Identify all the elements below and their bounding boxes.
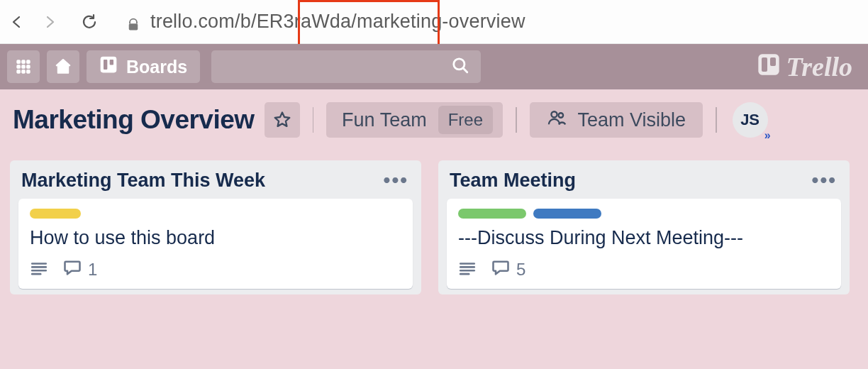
svg-rect-8: [22, 70, 26, 74]
member-avatar[interactable]: JS »: [733, 102, 768, 138]
comments-count: 5: [516, 260, 525, 280]
svg-rect-16: [770, 57, 776, 66]
board-title[interactable]: Marketing Overview: [13, 105, 255, 135]
card[interactable]: How to use this board 1: [18, 199, 413, 289]
separator: [716, 107, 717, 133]
svg-rect-4: [17, 65, 21, 69]
list-menu-button[interactable]: •••: [809, 169, 840, 192]
list-title[interactable]: Marketing Team This Week: [21, 170, 265, 192]
card-label[interactable]: [30, 209, 81, 219]
boards-label: Boards: [126, 57, 187, 77]
search-input[interactable]: [211, 50, 481, 83]
visibility-label: Team Visible: [578, 109, 686, 131]
card-title: How to use this board: [30, 227, 401, 249]
people-icon: [547, 108, 567, 133]
svg-rect-0: [129, 23, 138, 30]
trello-header: Boards Trello: [0, 44, 868, 89]
team-chip[interactable]: Fun Team Free: [326, 102, 503, 138]
svg-rect-6: [27, 65, 30, 69]
search-icon: [451, 56, 469, 77]
svg-rect-11: [103, 59, 108, 70]
list: Marketing Team This Week ••• How to use …: [10, 160, 421, 294]
trello-logo[interactable]: Trello: [757, 51, 852, 82]
board-canvas: Marketing Team This Week ••• How to use …: [0, 150, 868, 369]
back-button[interactable]: [7, 12, 27, 32]
forward-button[interactable]: [40, 12, 60, 32]
svg-rect-3: [27, 60, 30, 64]
reload-button[interactable]: [79, 12, 99, 32]
comments-badge: 1: [62, 258, 97, 282]
plan-badge: Free: [438, 106, 493, 134]
comment-icon: [491, 258, 511, 282]
svg-rect-14: [759, 54, 779, 75]
brand-text: Trello: [786, 51, 852, 82]
list-title[interactable]: Team Meeting: [450, 170, 576, 192]
double-chevron-icon: »: [764, 132, 769, 139]
separator: [516, 107, 517, 133]
card-title: ---Discuss During Next Meeting---: [458, 227, 830, 249]
list: Team Meeting ••• ---Discuss During Next …: [438, 160, 850, 294]
comments-count: 1: [88, 260, 97, 280]
board-header: Marketing Overview Fun Team Free Team Vi…: [0, 89, 868, 150]
svg-point-17: [551, 111, 557, 117]
card-label[interactable]: [458, 209, 526, 219]
svg-rect-2: [22, 60, 26, 64]
boards-icon: [99, 55, 118, 78]
svg-rect-5: [22, 65, 26, 69]
card-labels: [30, 209, 401, 219]
svg-rect-7: [17, 70, 21, 74]
svg-rect-15: [762, 57, 767, 72]
visibility-button[interactable]: Team Visible: [530, 102, 703, 138]
description-icon: [458, 259, 477, 280]
svg-rect-9: [27, 70, 30, 74]
card-label[interactable]: [533, 209, 601, 219]
card-labels: [458, 209, 830, 219]
comment-icon: [62, 258, 82, 282]
address-bar[interactable]: trello.com/b/ER3raWda/marketing-overview: [112, 11, 861, 33]
trello-logo-icon: [757, 51, 780, 82]
lock-icon: [126, 15, 140, 29]
comments-badge: 5: [491, 258, 525, 282]
star-button[interactable]: [265, 102, 300, 138]
svg-rect-1: [17, 60, 21, 64]
card[interactable]: ---Discuss During Next Meeting--- 5: [447, 199, 841, 289]
svg-rect-12: [109, 59, 114, 65]
team-name: Fun Team: [342, 109, 427, 131]
svg-point-18: [558, 113, 563, 118]
apps-button[interactable]: [7, 50, 40, 83]
avatar-initials: JS: [740, 111, 760, 129]
description-icon: [30, 259, 48, 280]
separator: [313, 107, 314, 133]
boards-button[interactable]: Boards: [87, 50, 200, 83]
list-menu-button[interactable]: •••: [381, 169, 411, 192]
home-button[interactable]: [47, 50, 79, 83]
